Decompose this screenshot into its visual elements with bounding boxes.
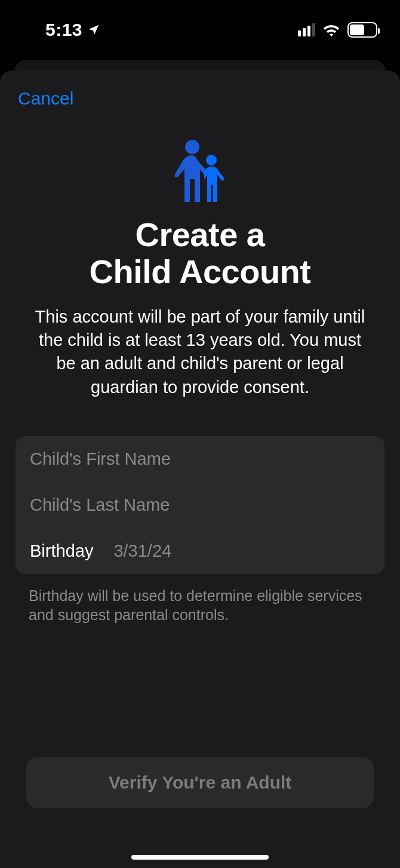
location-icon	[87, 23, 100, 36]
child-form: Birthday 3/31/24	[16, 436, 384, 574]
cellular-icon	[298, 23, 315, 36]
battery-icon: 52	[347, 22, 377, 38]
cancel-button[interactable]: Cancel	[16, 88, 76, 109]
home-indicator[interactable]	[131, 855, 269, 860]
page-title: Create aChild Account	[27, 216, 373, 290]
verify-adult-button[interactable]: Verify You're an Adult	[26, 757, 374, 808]
wifi-icon	[322, 23, 340, 36]
family-icon	[167, 137, 233, 203]
first-name-field[interactable]	[30, 449, 370, 469]
last-name-field[interactable]	[30, 495, 370, 515]
modal-sheet: Cancel Create aChild Account This accoun…	[0, 70, 400, 868]
birthday-label: Birthday	[30, 541, 93, 561]
status-bar: 5:13 52	[0, 0, 400, 60]
page-subtitle: This account will be part of your family…	[27, 305, 373, 399]
birthday-row[interactable]: Birthday 3/31/24	[16, 528, 384, 574]
svg-point-0	[185, 140, 199, 154]
status-time: 5:13	[45, 20, 82, 40]
birthday-footnote: Birthday will be used to determine eligi…	[16, 586, 384, 625]
svg-point-1	[206, 155, 217, 165]
birthday-value: 3/31/24	[113, 541, 171, 561]
